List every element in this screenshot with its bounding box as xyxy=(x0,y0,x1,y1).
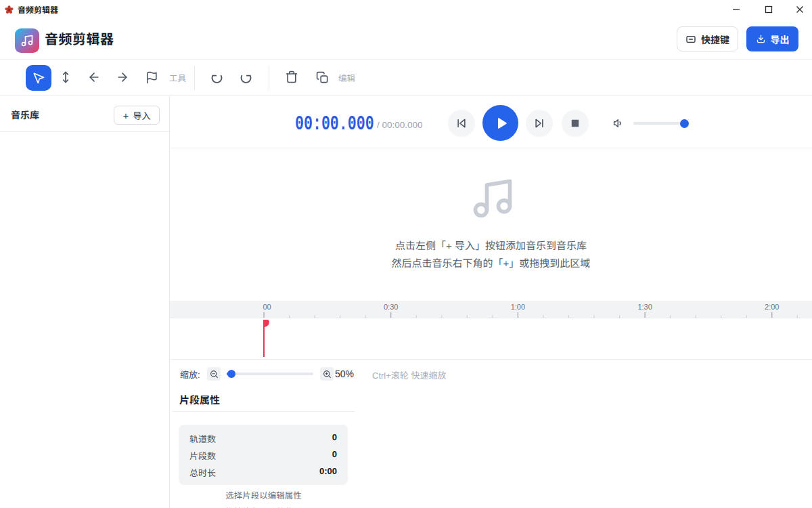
svg-text:1:30: 1:30 xyxy=(637,303,652,311)
svg-text:0:30: 0:30 xyxy=(384,303,398,311)
svg-text:2:00: 2:00 xyxy=(765,303,779,311)
svg-text:1:00: 1:00 xyxy=(511,303,525,311)
